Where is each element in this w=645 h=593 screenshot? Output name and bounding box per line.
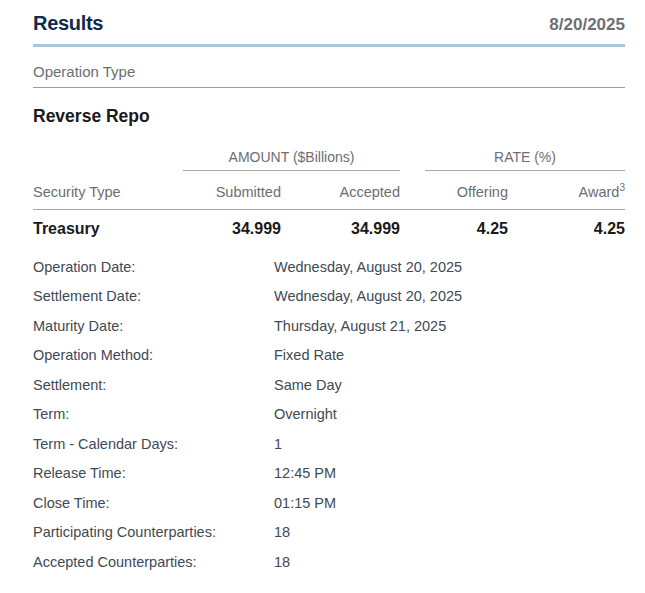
detail-label: Settlement Date: (33, 288, 274, 304)
detail-row: Settlement Date: Wednesday, August 20, 2… (33, 282, 625, 312)
detail-label: Release Time: (33, 465, 274, 481)
cell-award: 4.25 (508, 220, 625, 238)
detail-value: 1 (274, 436, 625, 452)
detail-value: Wednesday, August 20, 2025 (274, 288, 625, 304)
cell-accepted: 34.999 (281, 220, 400, 238)
detail-label: Accepted Counterparties: (33, 554, 274, 570)
cell-security-type: Treasury (33, 220, 166, 238)
column-header-submitted: Submitted (166, 184, 281, 200)
detail-row: Participating Counterparties: 18 (33, 518, 625, 548)
group-header-rate: RATE (%) (425, 149, 625, 171)
results-header: Results 8/20/2025 (33, 12, 625, 47)
detail-row: Release Time: 12:45 PM (33, 459, 625, 489)
detail-label: Operation Date: (33, 259, 274, 275)
detail-label: Close Time: (33, 495, 274, 511)
detail-row: Close Time: 01:15 PM (33, 488, 625, 518)
detail-label: Settlement: (33, 377, 274, 393)
column-header-offering: Offering (400, 184, 508, 200)
detail-label: Term - Calendar Days: (33, 436, 274, 452)
detail-label: Participating Counterparties: (33, 524, 274, 540)
detail-value: 12:45 PM (274, 465, 625, 481)
cell-submitted: 34.999 (166, 220, 281, 238)
detail-row: Maturity Date: Thursday, August 21, 2025 (33, 311, 625, 341)
table-column-header-row: Security Type Submitted Accepted Offerin… (33, 171, 625, 210)
detail-row: Accepted Counterparties: 18 (33, 547, 625, 577)
detail-label: Operation Method: (33, 347, 274, 363)
detail-value: Same Day (274, 377, 625, 393)
detail-label: Maturity Date: (33, 318, 274, 334)
table-row-treasury: Treasury 34.999 34.999 4.25 4.25 (33, 210, 625, 244)
detail-row: Settlement: Same Day (33, 370, 625, 400)
operation-name-heading: Reverse Repo (33, 106, 625, 127)
group-header-amount: AMOUNT ($Billions) (183, 149, 400, 171)
detail-value: 18 (274, 554, 625, 570)
award-footnote-marker: 3 (619, 182, 625, 193)
column-header-security-type: Security Type (33, 184, 166, 200)
results-date: 8/20/2025 (549, 15, 625, 35)
detail-row: Term: Overnight (33, 400, 625, 430)
detail-row: Term - Calendar Days: 1 (33, 429, 625, 459)
results-panel: Results 8/20/2025 Operation Type Reverse… (0, 0, 645, 577)
cell-offering: 4.25 (400, 220, 508, 238)
detail-value: 18 (274, 524, 625, 540)
detail-value: 01:15 PM (274, 495, 625, 511)
column-header-accepted: Accepted (281, 184, 400, 200)
operation-type-label: Operation Type (33, 63, 625, 88)
operation-details-list: Operation Date: Wednesday, August 20, 20… (33, 252, 625, 577)
detail-value: Fixed Rate (274, 347, 625, 363)
detail-label: Term: (33, 406, 274, 422)
detail-row: Operation Date: Wednesday, August 20, 20… (33, 252, 625, 282)
results-table: AMOUNT ($Billions) RATE (%) Security Typ… (33, 149, 625, 244)
detail-row: Operation Method: Fixed Rate (33, 341, 625, 371)
detail-value: Wednesday, August 20, 2025 (274, 259, 625, 275)
detail-value: Overnight (274, 406, 625, 422)
column-header-award: Award3 (508, 184, 625, 200)
detail-value: Thursday, August 21, 2025 (274, 318, 625, 334)
table-group-header-row: AMOUNT ($Billions) RATE (%) (33, 149, 625, 171)
page-title: Results (33, 12, 103, 35)
